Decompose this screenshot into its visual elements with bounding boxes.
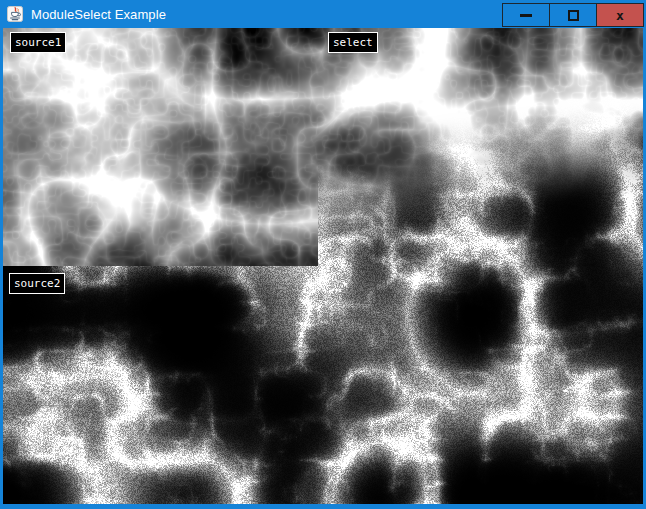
maximize-icon <box>568 10 579 21</box>
titlebar[interactable]: ModuleSelect Example x <box>0 0 646 28</box>
window-title: ModuleSelect Example <box>31 7 166 22</box>
minimize-icon <box>520 14 532 17</box>
java-coffee-cup-icon <box>7 6 23 22</box>
close-button[interactable]: x <box>596 3 644 27</box>
select-label: select <box>328 32 378 53</box>
source1-label: source1 <box>10 32 66 53</box>
render-area: source1 select source2 <box>3 28 643 504</box>
maximize-button[interactable] <box>549 3 597 27</box>
source2-image <box>3 266 318 504</box>
source1-image <box>3 28 318 266</box>
source2-label: source2 <box>9 273 65 294</box>
minimize-button[interactable] <box>502 3 550 27</box>
app-window: ModuleSelect Example x source1 select so… <box>0 0 646 509</box>
window-controls: x <box>503 3 644 27</box>
close-icon: x <box>616 9 624 22</box>
